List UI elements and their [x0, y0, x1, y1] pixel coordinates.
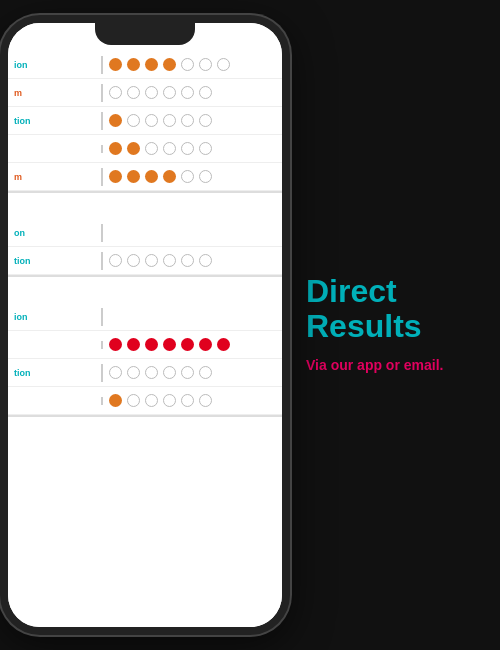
- dot: [109, 254, 122, 267]
- row-label: ion: [8, 308, 103, 326]
- dot: [145, 114, 158, 127]
- row-label: [8, 341, 103, 349]
- dot: [163, 254, 176, 267]
- dot: [163, 58, 176, 71]
- table-section-2: on tion: [8, 219, 282, 277]
- row-label: tion: [8, 252, 103, 270]
- dot: [145, 366, 158, 379]
- row-label: tion: [8, 364, 103, 382]
- section-gap: [8, 197, 282, 219]
- dot: [127, 394, 140, 407]
- dot: [109, 86, 122, 99]
- scene: ion m: [0, 0, 500, 650]
- dot: [163, 338, 176, 351]
- dot: [109, 58, 122, 71]
- row-dots: [103, 110, 282, 131]
- dot: [163, 366, 176, 379]
- right-panel: Direct Results Via our app or email.: [290, 0, 500, 650]
- row-label: [8, 397, 103, 405]
- dot: [217, 58, 230, 71]
- dot: [145, 338, 158, 351]
- dot: [163, 170, 176, 183]
- dot: [163, 394, 176, 407]
- dot: [145, 170, 158, 183]
- table-row: m: [8, 163, 282, 191]
- dot: [127, 142, 140, 155]
- table-row: tion: [8, 107, 282, 135]
- dot: [145, 394, 158, 407]
- dot: [145, 254, 158, 267]
- dot: [199, 142, 212, 155]
- dot: [163, 86, 176, 99]
- row-label: on: [8, 224, 103, 242]
- row-label: m: [8, 84, 103, 102]
- row-label: m: [8, 168, 103, 186]
- dot: [199, 338, 212, 351]
- dot: [145, 86, 158, 99]
- dot: [163, 114, 176, 127]
- dot: [181, 142, 194, 155]
- dot: [199, 254, 212, 267]
- heading-line2: Results: [306, 309, 484, 344]
- dot: [181, 254, 194, 267]
- dot: [199, 170, 212, 183]
- dot: [181, 394, 194, 407]
- row-dots: [103, 362, 282, 383]
- dot: [199, 58, 212, 71]
- row-dots: [103, 334, 282, 355]
- table-row: [8, 331, 282, 359]
- dot: [127, 254, 140, 267]
- row-label: [8, 145, 103, 153]
- phone-screen: ion m: [8, 23, 282, 627]
- table-row: on: [8, 219, 282, 247]
- dot: [181, 366, 194, 379]
- table-row: tion: [8, 247, 282, 275]
- dot: [163, 142, 176, 155]
- dot: [145, 58, 158, 71]
- dot: [217, 338, 230, 351]
- dot: [199, 86, 212, 99]
- dot: [109, 338, 122, 351]
- row-dots: [103, 229, 282, 237]
- row-dots: [103, 54, 282, 75]
- dot: [181, 338, 194, 351]
- row-label: tion: [8, 112, 103, 130]
- dot: [127, 366, 140, 379]
- dot: [199, 366, 212, 379]
- dot: [109, 394, 122, 407]
- dot: [145, 142, 158, 155]
- table-row: ion: [8, 51, 282, 79]
- dot: [109, 366, 122, 379]
- dot: [127, 86, 140, 99]
- table-row: [8, 387, 282, 415]
- dot: [199, 394, 212, 407]
- dot: [109, 142, 122, 155]
- table-section-1: ion m: [8, 51, 282, 193]
- dot: [181, 170, 194, 183]
- table-row: ion: [8, 303, 282, 331]
- heading-line1: Direct: [306, 274, 484, 309]
- dot: [181, 58, 194, 71]
- subtext: Via our app or email.: [306, 356, 484, 376]
- table-row: m: [8, 79, 282, 107]
- row-dots: [103, 313, 282, 321]
- dot: [181, 86, 194, 99]
- row-dots: [103, 166, 282, 187]
- dot: [199, 114, 212, 127]
- dot: [127, 114, 140, 127]
- dot: [127, 170, 140, 183]
- row-dots: [103, 82, 282, 103]
- phone-frame: ion m: [0, 15, 290, 635]
- table-section-3: ion tion: [8, 303, 282, 417]
- dot: [127, 338, 140, 351]
- phone-notch: [95, 23, 195, 45]
- row-dots: [103, 390, 282, 411]
- table-row: [8, 135, 282, 163]
- table-row: tion: [8, 359, 282, 387]
- section-gap: [8, 281, 282, 303]
- dot: [109, 170, 122, 183]
- row-dots: [103, 138, 282, 159]
- row-dots: [103, 250, 282, 271]
- dot: [127, 58, 140, 71]
- dot: [181, 114, 194, 127]
